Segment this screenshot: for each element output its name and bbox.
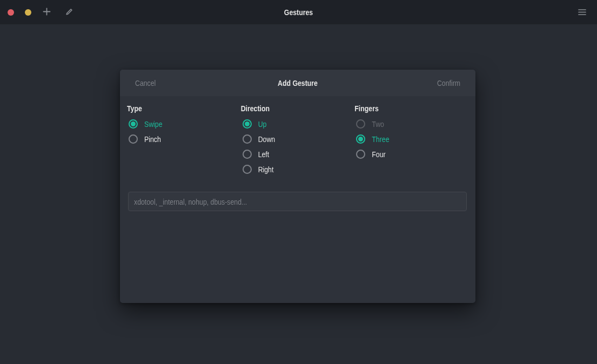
radio-indicator-icon	[356, 134, 365, 144]
cancel-button[interactable]: Cancel	[135, 78, 156, 87]
hamburger-icon	[578, 8, 586, 17]
radio-indicator-icon	[129, 119, 138, 129]
fingers-four-radio[interactable]: Four	[354, 146, 468, 161]
dialog-title: Add Gesture	[120, 78, 475, 87]
radio-label: Four	[372, 150, 385, 159]
radio-label: Up	[258, 119, 267, 129]
radio-indicator-icon	[243, 165, 252, 174]
direction-down-radio[interactable]: Down	[241, 131, 355, 146]
radio-indicator-icon	[243, 134, 252, 144]
radio-label: Swipe	[144, 119, 163, 129]
pencil-icon	[65, 8, 73, 17]
radio-label: Pinch	[144, 134, 161, 144]
dialog-header: Cancel Add Gesture Confirm	[120, 70, 475, 96]
type-pinch-radio[interactable]: Pinch	[127, 131, 241, 146]
main-menu-button[interactable]	[574, 5, 589, 20]
plus-icon	[43, 8, 51, 17]
radio-indicator-icon	[356, 119, 365, 129]
radio-label: Left	[258, 150, 270, 159]
direction-up-radio[interactable]: Up	[241, 116, 355, 131]
radio-indicator-icon	[356, 150, 365, 159]
direction-heading: Direction	[241, 104, 355, 113]
confirm-button[interactable]: Confirm	[437, 78, 460, 87]
command-input[interactable]	[128, 192, 467, 211]
dialog-spacer	[127, 211, 468, 292]
add-gesture-dialog: Cancel Add Gesture Confirm Type Swipe Pi…	[120, 70, 475, 303]
radio-indicator-icon	[129, 134, 138, 144]
type-swipe-radio[interactable]: Swipe	[127, 116, 241, 131]
dialog-body: Type Swipe Pinch Direction Up	[120, 96, 475, 303]
fingers-three-radio[interactable]: Three	[354, 131, 468, 146]
radio-label: Three	[372, 134, 389, 144]
fingers-heading: Fingers	[354, 104, 468, 113]
app-title: Gestures	[0, 8, 597, 17]
direction-right-radio[interactable]: Right	[241, 161, 355, 177]
headerbar: Gestures	[0, 0, 597, 24]
fingers-two-radio: Two	[354, 116, 468, 131]
radio-indicator-icon	[243, 119, 252, 129]
type-column: Type Swipe Pinch	[127, 104, 241, 177]
direction-column: Direction Up Down Left Right	[241, 104, 355, 177]
close-window-button[interactable]	[8, 9, 14, 16]
radio-label: Down	[258, 134, 275, 144]
fingers-column: Fingers Two Three Four	[354, 104, 468, 177]
radio-indicator-icon	[243, 150, 252, 159]
type-heading: Type	[127, 104, 241, 113]
window-controls	[8, 9, 31, 16]
radio-label: Right	[258, 165, 274, 174]
direction-left-radio[interactable]: Left	[241, 146, 355, 161]
radio-label: Two	[372, 119, 384, 129]
add-gesture-button[interactable]	[39, 5, 54, 20]
edit-gesture-button[interactable]	[62, 5, 77, 20]
minimize-window-button[interactable]	[25, 9, 31, 16]
